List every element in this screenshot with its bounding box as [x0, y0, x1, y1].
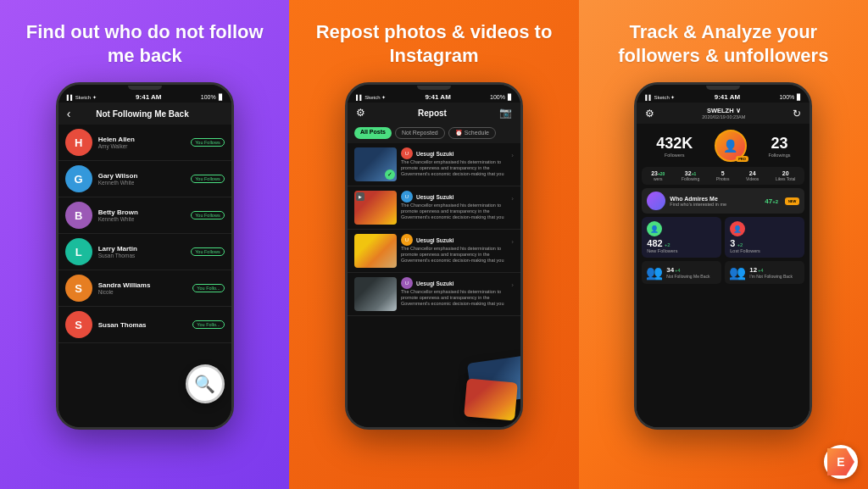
not-following-back-card[interactable]: 👥 34 +4 Not Following Me Back: [642, 261, 721, 284]
list-item[interactable]: L Larry Martin Susan Thomas You Follows: [58, 234, 231, 270]
user-info-gary: Gary Wilson Kenneth White: [98, 172, 186, 186]
stat-following2: 32+1 Following: [682, 170, 699, 181]
list-item[interactable]: U Uesugi Suzuki The Chancellor emphasise…: [348, 273, 520, 316]
admires-info: Who Admires Me Find who's interested in …: [670, 196, 760, 207]
back-button-1[interactable]: ‹: [67, 107, 71, 120]
repost-user-row-3: U Uesugi Suzuki: [401, 234, 507, 246]
user-sub-betty: Kenneth White: [98, 216, 186, 222]
list-item[interactable]: ▶ U Uesugi Suzuki The Chancellor emphasi…: [348, 186, 520, 230]
avatar-larry: L: [65, 238, 92, 265]
lost-followers-num: 3: [730, 238, 735, 248]
followers-grid: 👤 482 +2 New Followers 👤 3: [642, 217, 804, 258]
list-item[interactable]: S Susan Thomas You Follo...: [58, 307, 231, 343]
repost-text-3: The Chancellor emphasised his determinat…: [401, 246, 507, 264]
tab-all-posts[interactable]: All Posts: [354, 127, 392, 139]
stat-following: 23+20 wers: [651, 170, 665, 181]
avatar-gary: G: [65, 165, 92, 192]
status-bar-1: ▌▌ Sketch ✦ 9:41 AM 100% ▊: [58, 90, 231, 103]
repost-user-row-4: U Uesugi Suzuki: [401, 277, 507, 289]
status-bar-3: ▌▌ Sketch ✦ 9:41 AM 100% ▊: [637, 90, 810, 103]
who-admires-card[interactable]: Who Admires Me Find who's interested in …: [642, 188, 804, 214]
signal-icon-2: ▌▌ Sketch ✦: [356, 94, 386, 100]
im-not-following-card[interactable]: 👥 12 +4 I'm Not Following Back: [725, 261, 804, 284]
admires-sub: Find who's interested in me: [670, 202, 760, 207]
list-item[interactable]: U Uesugi Suzuki The Chancellor emphasise…: [348, 230, 520, 273]
list-item[interactable]: H Helen Allen Amy Walker You Follows: [58, 125, 231, 161]
app-bar-2: ⚙ Repost 📷: [348, 103, 520, 123]
panel1-title: Find out who do not follow me back: [14, 20, 275, 67]
im-not-following-label: I'm Not Following Back: [749, 274, 793, 279]
im-not-following-change: +4: [758, 268, 763, 273]
repost-avatar-4: U: [401, 277, 413, 289]
user-info-larry: Larry Martin Susan Thomas: [98, 245, 186, 258]
analytics-content: 432K Followers 👤 PRO 23 Followings: [637, 124, 810, 427]
repost-text-2: The Chancellor emphasised his determinat…: [401, 203, 507, 220]
user-plus-icon: 👤: [647, 221, 662, 236]
magnifier-icon: 🔍: [186, 364, 225, 403]
list-item[interactable]: G Gary Wilson Kenneth White You Follows: [58, 161, 231, 197]
user-name-betty: Betty Brown: [98, 208, 186, 216]
repost-avatar-3: U: [401, 234, 413, 246]
user-header: SWELZH ∨ 2020/02/19 00:23AM: [702, 107, 745, 119]
battery-text-2: 100%: [490, 94, 505, 100]
likes-num: 20: [776, 170, 796, 176]
screen-3: 432K Followers 👤 PRO 23 Followings: [637, 124, 810, 427]
repost-avatar-1: U: [401, 147, 413, 159]
badge-betty: You Follows: [191, 211, 224, 219]
app-bar-3: ⚙ SWELZH ∨ 2020/02/19 00:23AM ↻: [637, 103, 810, 124]
tab-not-reposted[interactable]: Not Reposted: [395, 127, 445, 139]
battery-text-3: 100%: [779, 94, 794, 100]
followings-stat: 23 Followings: [768, 135, 790, 158]
user-sub-larry: Susan Thomas: [98, 253, 186, 258]
repost-thumb-3: [354, 234, 397, 268]
badge-helen: You Follows: [191, 138, 224, 147]
list-item[interactable]: B Betty Brown Kenneth White You Follows: [58, 197, 231, 234]
new-followers-header: 👤: [647, 221, 716, 238]
followers-stat: 432K Followers: [656, 135, 693, 158]
panel-find-unfollowers: Find out who do not follow me back ▌▌ Sk…: [0, 0, 289, 489]
repost-content-2: U Uesugi Suzuki The Chancellor emphasise…: [401, 191, 507, 220]
refresh-icon-3[interactable]: ↻: [793, 108, 801, 119]
tab-schedule[interactable]: ⏰ Schedule: [448, 127, 496, 139]
chevron-right-2: ›: [511, 195, 514, 203]
followers-num: 432K: [656, 135, 693, 153]
admires-title: Who Admires Me: [670, 196, 760, 202]
new-badge: NEW: [785, 197, 799, 205]
battery-2: 100% ▊: [490, 94, 512, 101]
gear-icon-2[interactable]: ⚙: [356, 107, 365, 119]
battery-bar-1: ▊: [219, 94, 223, 101]
battery-1: 100% ▊: [201, 94, 223, 101]
gear-icon-3[interactable]: ⚙: [645, 108, 654, 119]
time-1: 9:41 AM: [136, 93, 161, 101]
battery-3: 100% ▊: [779, 94, 801, 101]
instagram-icon-2[interactable]: 📷: [499, 107, 512, 119]
photo-overlay-2: [464, 378, 518, 420]
battery-bar-3: ▊: [797, 94, 801, 101]
followings-label: Followings: [768, 153, 790, 158]
list-item[interactable]: S Sandra Williams Nicole You Follo...: [58, 270, 231, 307]
signal-icon: ▌▌ Sketch ✦: [67, 94, 97, 100]
list-item[interactable]: ✓ U Uesugi Suzuki The Chancellor emphasi…: [348, 143, 520, 186]
panel3-title: Track & Analyze your followers & unfollo…: [593, 20, 854, 67]
avatar-susan: S: [65, 311, 92, 338]
lost-followers-change: +2: [737, 242, 743, 247]
analytics-username[interactable]: SWELZH ∨: [707, 107, 741, 114]
repost-user-row-1: U Uesugi Suzuki: [401, 147, 507, 159]
im-not-following-nums: 12 +4: [749, 266, 793, 274]
photos-num: 5: [716, 170, 730, 176]
repost-avatar-2: U: [401, 191, 413, 203]
avatar-betty: B: [65, 202, 92, 229]
user-sub-sandra: Nicole: [98, 289, 187, 295]
videos-num: 24: [746, 170, 759, 176]
repost-tabs: All Posts Not Reposted ⏰ Schedule: [348, 123, 520, 143]
videos-label: Videos: [746, 176, 759, 181]
repost-thumb-2: ▶: [354, 191, 397, 225]
time-2: 9:41 AM: [425, 93, 450, 101]
repost-thumb-4: [354, 277, 397, 311]
im-not-following-num: 12: [749, 266, 757, 274]
following-num2: 32+1: [682, 170, 699, 176]
user-name-helen: Helen Allen: [98, 136, 186, 143]
new-followers-card[interactable]: 👤 482 +2 New Followers: [642, 217, 721, 258]
admires-change: +2: [772, 199, 778, 204]
lost-followers-card[interactable]: 👤 3 +2 Lost Followers: [725, 217, 804, 258]
